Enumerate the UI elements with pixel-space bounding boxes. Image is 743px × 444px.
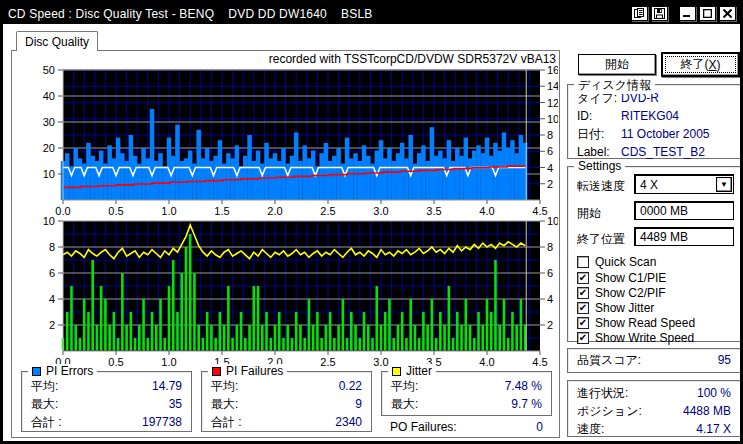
jitter-legend-swatch: [392, 367, 401, 376]
po-failures-row: PO Failures: 0: [381, 420, 552, 434]
svg-text:20: 20: [43, 142, 55, 154]
checkbox-box[interactable]: ✔: [577, 302, 589, 314]
disc-info-label: Label:: [577, 145, 621, 160]
checkbox-show-jitter[interactable]: ✔Show Jitter: [577, 301, 654, 314]
minimize-button[interactable]: [679, 6, 696, 21]
disc-label-value: CDS_TEST_B2: [621, 145, 705, 160]
svg-text:1.5: 1.5: [214, 205, 229, 217]
pi-errors-legend: PI Errors: [46, 364, 93, 378]
svg-text:3.0: 3.0: [373, 356, 388, 368]
checkbox-box[interactable]: ✔: [577, 287, 589, 299]
window-title: CD Speed : Disc Quality Test - BENQ DVD …: [3, 7, 628, 21]
stat-value: 14.79: [152, 379, 182, 394]
svg-text:1.0: 1.0: [161, 356, 176, 368]
pi-failures-legend-swatch: [212, 367, 221, 376]
quality-score-box: 品質スコア:95: [567, 348, 741, 373]
svg-text:8: 8: [547, 129, 553, 141]
svg-text:2: 2: [547, 178, 553, 190]
speed-readout-value: 4.17 X: [696, 422, 731, 437]
svg-text:0.0: 0.0: [55, 205, 70, 217]
svg-text:1.0: 1.0: [161, 205, 176, 217]
checkbox-show-write-speed[interactable]: ✔Show Write Speed: [577, 331, 694, 344]
maximize-icon: [703, 9, 712, 18]
checkbox-quick-scan[interactable]: Quick Scan: [577, 255, 656, 268]
svg-text:10: 10: [43, 215, 55, 227]
settings-groupbox: Settings 転送速度 4 X ▼ 開始 0000 MB 終了位置 4489…: [567, 166, 741, 342]
svg-text:10: 10: [43, 168, 55, 180]
jitter-legend: Jitter: [406, 364, 432, 378]
quality-score-value: 95: [718, 353, 731, 368]
disc-info-label: ID:: [577, 109, 621, 124]
svg-text:2.5: 2.5: [320, 356, 335, 368]
minimize-icon: [683, 9, 692, 18]
start-position-input[interactable]: 0000 MB: [634, 201, 734, 220]
start-button[interactable]: 開始: [578, 54, 656, 75]
jitter-groupbox: Jitter 平均:7.48 % 最大:9.7 %: [381, 371, 552, 416]
checkbox-box[interactable]: [577, 256, 589, 268]
speed-combobox[interactable]: 4 X ▼: [634, 174, 734, 194]
svg-text:2: 2: [49, 319, 55, 331]
svg-text:2.0: 2.0: [267, 205, 282, 217]
position-value: 4488 MB: [683, 404, 731, 419]
svg-text:2.5: 2.5: [320, 205, 335, 217]
po-failures-label: PO Failures:: [390, 420, 457, 434]
close-button[interactable]: [719, 6, 736, 21]
svg-text:6: 6: [547, 145, 553, 157]
stat-label: 最大:: [211, 397, 238, 412]
disc-date-value: 11 October 2005: [621, 127, 710, 142]
pi-failures-groupbox: PI Failures 平均:0.22 最大:9 合計 :2340: [201, 371, 372, 432]
svg-text:4: 4: [547, 293, 553, 305]
svg-text:10: 10: [547, 215, 558, 227]
svg-text:8: 8: [547, 241, 553, 253]
stat-label: 平均:: [391, 379, 418, 394]
stat-label: 最大:: [391, 397, 418, 412]
svg-text:4: 4: [49, 293, 55, 305]
svg-text:0.5: 0.5: [108, 356, 123, 368]
maximize-button[interactable]: [699, 6, 716, 21]
progress-box: 進行状況:100 % ポジション:4488 MB 速度:4.17 X: [567, 380, 741, 437]
end-position-label: 終了位置: [577, 231, 625, 248]
checkbox-show-c2-pif[interactable]: ✔Show C2/PIF: [577, 286, 666, 299]
stat-label: 平均:: [31, 379, 58, 394]
report-button[interactable]: [631, 6, 648, 21]
progress-label: 進行状況:: [577, 386, 628, 401]
checkbox-show-c1-pie[interactable]: ✔Show C1/PIE: [577, 271, 666, 284]
position-label: ポジション:: [577, 404, 642, 419]
svg-text:6: 6: [49, 267, 55, 279]
svg-text:3.5: 3.5: [426, 205, 441, 217]
svg-text:3.0: 3.0: [373, 205, 388, 217]
quality-score-label: 品質スコア:: [577, 353, 641, 368]
tab-disc-quality[interactable]: Disc Quality: [16, 31, 98, 51]
svg-text:6: 6: [547, 267, 553, 279]
start-position-label: 開始: [577, 205, 601, 222]
exit-button[interactable]: 終了(X): [661, 52, 740, 77]
checkbox-show-read-speed[interactable]: ✔Show Read Speed: [577, 316, 695, 329]
svg-text:4.0: 4.0: [479, 356, 494, 368]
stat-label: 合計 :: [31, 415, 62, 430]
pi-errors-groupbox: PI Errors 平均:14.79 最大:35 合計 :197738: [21, 371, 192, 432]
stat-label: 合計 :: [211, 415, 242, 430]
stat-label: 平均:: [211, 379, 238, 394]
svg-text:4.5: 4.5: [532, 356, 547, 368]
svg-text:14: 14: [547, 80, 558, 92]
svg-text:2: 2: [547, 319, 553, 331]
save-icon: [654, 8, 665, 19]
end-position-input[interactable]: 4489 MB: [634, 227, 734, 246]
stat-value: 35: [169, 397, 182, 412]
po-failures-value: 0: [536, 420, 543, 434]
title-bar: CD Speed : Disc Quality Test - BENQ DVD …: [3, 3, 740, 24]
checkbox-box[interactable]: ✔: [577, 272, 589, 284]
svg-text:4.0: 4.0: [479, 205, 494, 217]
speed-readout-label: 速度:: [577, 422, 604, 437]
checkbox-box[interactable]: ✔: [577, 317, 589, 329]
svg-text:12: 12: [547, 97, 558, 109]
report-icon: [634, 8, 645, 19]
save-button[interactable]: [651, 6, 668, 21]
svg-text:4.5: 4.5: [532, 205, 547, 217]
combobox-arrow-icon[interactable]: ▼: [716, 177, 732, 192]
app-window: CD Speed : Disc Quality Test - BENQ DVD …: [0, 0, 743, 444]
checkbox-box[interactable]: ✔: [577, 332, 589, 344]
pi-failures-legend: PI Failures: [226, 364, 283, 378]
svg-text:0.5: 0.5: [108, 205, 123, 217]
stat-value: 197738: [142, 415, 182, 430]
